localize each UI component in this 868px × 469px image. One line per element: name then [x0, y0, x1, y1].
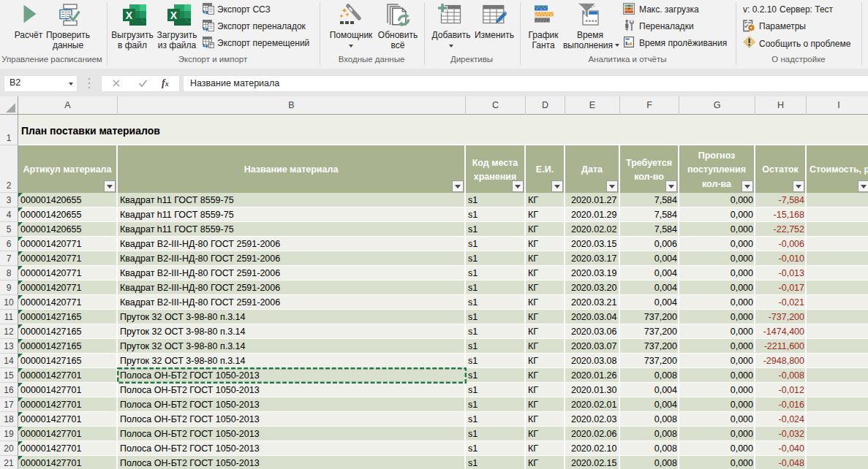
svg-text:X: X [126, 9, 133, 21]
svg-text:X: X [170, 9, 178, 21]
